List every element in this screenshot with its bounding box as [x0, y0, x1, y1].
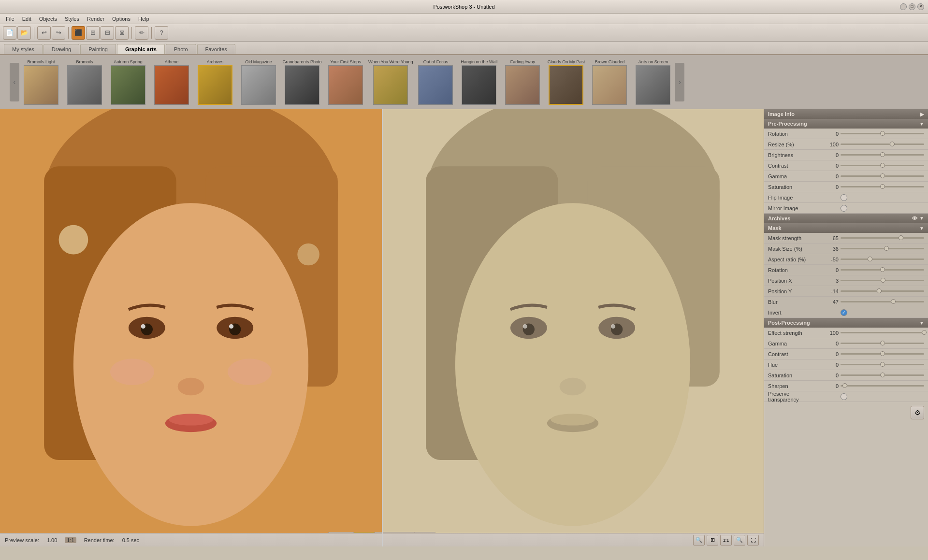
style-bromoils-light[interactable]: Bromoils Light [19, 58, 63, 106]
post-processing-chevron: ▼ [919, 320, 924, 326]
grid2-button[interactable]: ⊟ [101, 26, 114, 40]
mirror-image-checkbox[interactable] [841, 205, 847, 212]
contrast-post-slider[interactable] [841, 353, 924, 355]
effect-strength-slider[interactable] [841, 332, 924, 333]
redo-button[interactable]: ↪ [52, 26, 65, 40]
contrast-pre-slider[interactable] [841, 165, 924, 166]
menu-render[interactable]: Render [83, 15, 108, 23]
tab-graphic-arts[interactable]: Graphic arts [117, 44, 165, 54]
preserve-transparency-checkbox[interactable] [841, 393, 847, 400]
hue-slider[interactable] [841, 364, 924, 365]
close-button[interactable]: ✕ [917, 3, 924, 10]
saturation-post-slider[interactable] [841, 374, 924, 376]
fit-page-button[interactable]: ⊞ [707, 535, 718, 546]
scroll-left-arrow[interactable]: ‹ [10, 63, 19, 101]
mask-rotation-slider[interactable] [841, 269, 924, 271]
style-out-of-focus[interactable]: Out of Focus [414, 58, 457, 106]
scroll-right-arrow[interactable]: › [675, 63, 684, 101]
settings-button[interactable]: ⚙ [911, 406, 924, 419]
style-brown-clouded[interactable]: Brown Clouded [588, 58, 631, 106]
mask-rotation-row: Rotation 0 [764, 265, 928, 275]
invert-checkbox[interactable]: ✓ [841, 309, 847, 316]
style-autumn-spring[interactable]: Autumn Spring [106, 58, 150, 106]
style-fading-away[interactable]: Fading Away [501, 58, 544, 106]
mask-header[interactable]: Mask ▼ [764, 223, 928, 233]
statusbar-icons: 🔍 ⊞ 1:1 🔍 ⛶ [693, 535, 759, 546]
grid3-button[interactable]: ⊠ [115, 26, 129, 40]
blur-thumb [891, 299, 896, 304]
saturation-pre-slider[interactable] [841, 186, 924, 187]
menu-help[interactable]: Help [134, 15, 153, 23]
aspect-ratio-slider[interactable] [841, 258, 924, 260]
new-button[interactable]: 📄 [3, 26, 16, 40]
mask-size-slider[interactable] [841, 248, 924, 249]
tab-photo[interactable]: Photo [166, 44, 196, 54]
tab-favorites[interactable]: Favorites [197, 44, 235, 54]
style-athene[interactable]: Athene [150, 58, 193, 106]
render-value: 0.5 sec [122, 537, 139, 543]
invert-row: Invert ✓ [764, 307, 928, 318]
window-controls: – □ ✕ [900, 3, 924, 10]
style-your-first-steps[interactable]: Your First Steps [324, 58, 367, 106]
archives-header[interactable]: Archives 👁 ▼ [764, 214, 928, 223]
archives-eye-icon[interactable]: 👁 [912, 215, 917, 221]
style-old-magazine[interactable]: Old Magazine [237, 58, 280, 106]
menu-objects[interactable]: Objects [35, 15, 61, 23]
menu-edit[interactable]: Edit [18, 15, 35, 23]
preserve-transparency-row: Preserve transparency [764, 391, 928, 402]
contrast-post-thumb [880, 351, 885, 356]
position-y-slider[interactable] [841, 290, 924, 292]
position-x-slider[interactable] [841, 280, 924, 281]
archives-icons: 👁 ▼ [912, 215, 924, 221]
preview-value: 1.00 [47, 537, 57, 543]
rotation-slider[interactable] [841, 133, 924, 134]
panel-bottom: ⚙ [764, 402, 928, 423]
render-label: Render time: [84, 537, 115, 543]
blur-slider[interactable] [841, 301, 924, 302]
menu-styles[interactable]: Styles [61, 15, 83, 23]
open-button[interactable]: 📂 [17, 26, 31, 40]
svg-point-17 [297, 244, 319, 266]
svg-point-16 [59, 225, 88, 255]
post-processing-header[interactable]: Post-Processing ▼ [764, 318, 928, 328]
brush-button[interactable]: ✏ [135, 26, 148, 40]
gamma-pre-slider[interactable] [841, 175, 924, 177]
style-archives[interactable]: Archives [193, 58, 237, 106]
menu-options[interactable]: Options [108, 15, 134, 23]
select-button[interactable]: ⬛ [72, 26, 85, 40]
hue-thumb [880, 362, 885, 367]
gamma-post-slider[interactable] [841, 343, 924, 344]
pre-processing-header[interactable]: Pre-Processing ▼ [764, 119, 928, 129]
style-clouds-on-my-past[interactable]: Clouds On My Past [544, 58, 588, 106]
style-hangin-on-the-wall[interactable]: Hangin on the Wall [457, 58, 501, 106]
ratio-label[interactable]: 1:1 [65, 537, 76, 543]
style-when-you-were-young[interactable]: When You Were Young [367, 58, 414, 106]
zoom-100-button[interactable]: 1:1 [720, 535, 732, 546]
style-bromoils[interactable]: Bromoils [63, 58, 106, 106]
zoom-out-button[interactable]: 🔍 [693, 535, 705, 546]
tab-drawing[interactable]: Drawing [44, 44, 79, 54]
split-line [382, 109, 383, 546]
zoom-in-button[interactable]: 🔍 [734, 535, 745, 546]
grid-button[interactable]: ⊞ [86, 26, 100, 40]
gamma-pre-thumb [880, 173, 885, 178]
tab-my-styles[interactable]: My styles [4, 44, 43, 54]
full-screen-button[interactable]: ⛶ [747, 535, 759, 546]
flip-image-checkbox[interactable] [841, 194, 847, 201]
maximize-button[interactable]: □ [909, 3, 915, 10]
sep1 [34, 27, 34, 39]
mirror-image-row: Mirror Image [764, 203, 928, 214]
menu-file[interactable]: File [2, 15, 18, 23]
tab-painting[interactable]: Painting [80, 44, 116, 54]
preview-label: Preview scale: [5, 537, 39, 543]
help-button[interactable]: ? [155, 26, 168, 40]
resize-slider[interactable] [841, 144, 924, 145]
image-info-header[interactable]: Image Info ▶ [764, 109, 928, 119]
mask-strength-slider[interactable] [841, 237, 924, 239]
minimize-button[interactable]: – [900, 3, 907, 10]
style-ants-on-screen[interactable]: Ants on Screen [631, 58, 675, 106]
brightness-slider[interactable] [841, 154, 924, 156]
style-grandparents-photo[interactable]: Grandparents Photo [280, 58, 324, 106]
sharpen-slider[interactable] [841, 385, 924, 387]
undo-button[interactable]: ↩ [37, 26, 51, 40]
